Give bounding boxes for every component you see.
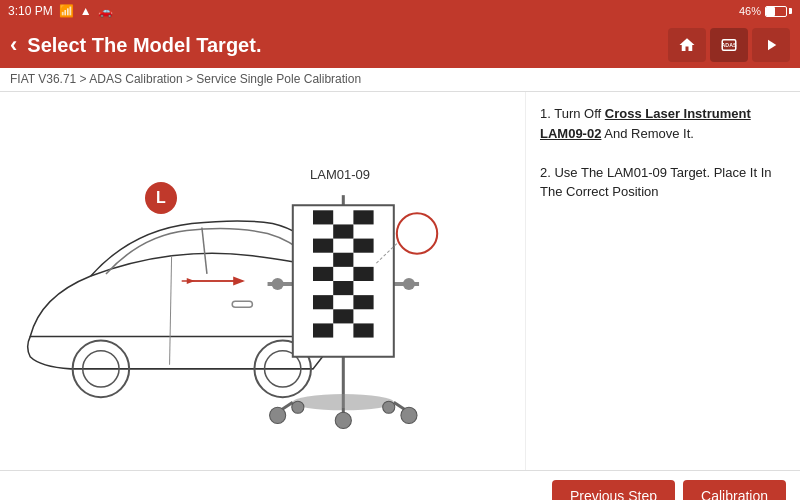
forward-button[interactable]	[752, 28, 790, 62]
svg-rect-30	[333, 309, 353, 323]
svg-point-16	[292, 401, 304, 413]
svg-line-6	[202, 227, 207, 273]
footer-buttons-bar: Previous Step Calibration	[0, 470, 800, 500]
svg-rect-28	[313, 295, 333, 309]
svg-text:ADAS: ADAS	[722, 42, 737, 48]
battery-percent: 46%	[739, 5, 761, 17]
l-badge: L	[145, 182, 177, 214]
instruction-line1: 1. Turn Off Cross Laser Instrument LAM09…	[540, 104, 786, 143]
svg-marker-9	[187, 278, 195, 284]
lam-callout-circle	[397, 213, 437, 253]
svg-line-7	[170, 256, 172, 365]
svg-rect-32	[353, 323, 373, 337]
instruction-prefix: 1. Turn Off	[540, 106, 605, 121]
battery-indicator	[765, 6, 792, 17]
svg-rect-31	[313, 323, 333, 337]
svg-point-15	[335, 412, 351, 428]
breadcrumb-text: FIAT V36.71 > ADAS Calibration > Service…	[10, 72, 361, 86]
arm-right-end	[403, 278, 415, 290]
svg-rect-8	[232, 301, 252, 307]
checkerboard	[313, 210, 374, 351]
home-icon	[678, 36, 696, 54]
svg-rect-22	[313, 239, 333, 253]
diagram-svg	[10, 102, 515, 460]
calibration-button[interactable]: Calibration	[683, 480, 786, 501]
svg-rect-21	[333, 224, 353, 238]
page-title: Select The Model Target.	[27, 34, 658, 57]
svg-rect-25	[313, 267, 333, 281]
svg-rect-20	[353, 210, 373, 224]
svg-rect-27	[333, 281, 353, 295]
back-button[interactable]: ‹	[10, 34, 17, 56]
svg-rect-19	[313, 210, 333, 224]
home-button[interactable]	[668, 28, 706, 62]
status-right: 46%	[739, 5, 792, 17]
main-content: L LAM01-09	[0, 92, 800, 470]
svg-point-14	[401, 407, 417, 423]
arm-left-end	[272, 278, 284, 290]
svg-point-13	[270, 407, 286, 423]
lam-label: LAM01-09	[310, 167, 370, 182]
instructions-panel: 1. Turn Off Cross Laser Instrument LAM09…	[525, 92, 800, 470]
status-left: 3:10 PM 📶 ▲ 🚗	[8, 4, 113, 18]
wifi-icon: ▲	[80, 4, 92, 18]
forward-icon	[762, 36, 780, 54]
diagram-area: L LAM01-09	[0, 92, 525, 470]
instruction-suffix: And Remove It.	[601, 126, 694, 141]
svg-rect-26	[353, 267, 373, 281]
instruction-line2: 2. Use The LAM01-09 Target. Place It In …	[540, 163, 786, 202]
time-display: 3:10 PM	[8, 4, 53, 18]
adas-icon: ADAS	[720, 36, 738, 54]
previous-step-button[interactable]: Previous Step	[552, 480, 675, 501]
header-icons: ADAS	[668, 28, 790, 62]
svg-rect-24	[333, 253, 353, 267]
svg-point-17	[383, 401, 395, 413]
signal-icon: 📶	[59, 4, 74, 18]
svg-rect-23	[353, 239, 373, 253]
svg-rect-29	[353, 295, 373, 309]
adas-button[interactable]: ADAS	[710, 28, 748, 62]
header: ‹ Select The Model Target. ADAS	[0, 22, 800, 68]
car-icon: 🚗	[98, 4, 113, 18]
status-bar: 3:10 PM 📶 ▲ 🚗 46%	[0, 0, 800, 22]
breadcrumb: FIAT V36.71 > ADAS Calibration > Service…	[0, 68, 800, 92]
